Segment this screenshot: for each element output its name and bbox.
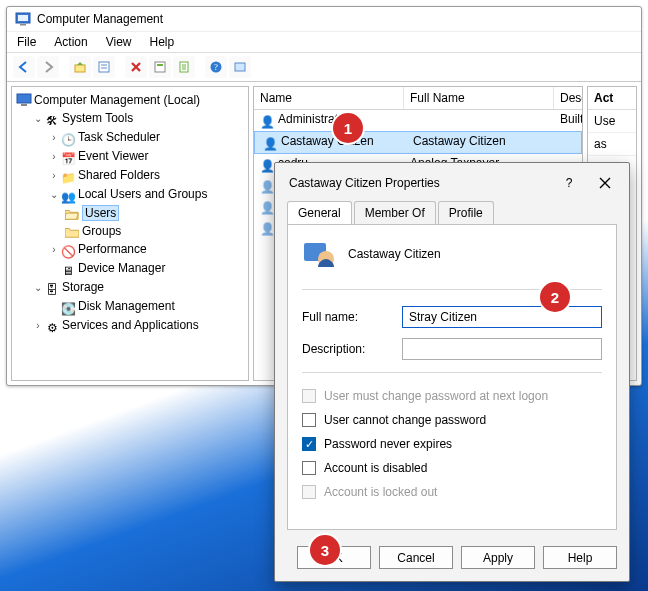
menu-action[interactable]: Action [54, 35, 87, 49]
checkbox-icon [302, 389, 316, 403]
computer-icon [16, 93, 32, 107]
tree-services-applications[interactable]: ›⚙Services and Applications [32, 316, 246, 335]
window-title: Computer Management [37, 12, 163, 26]
tree-event-viewer[interactable]: ›📅Event Viewer [48, 147, 246, 166]
tree-device-manager[interactable]: 🖥Device Manager [48, 259, 246, 278]
svg-rect-4 [99, 62, 109, 72]
help-button[interactable]: ? [205, 56, 227, 78]
close-icon[interactable] [591, 173, 619, 193]
folder-icon [64, 225, 80, 239]
chevron-down-icon[interactable]: ⌄ [48, 186, 60, 204]
check-must-change: User must change password at next logon [302, 389, 602, 403]
menu-help[interactable]: Help [150, 35, 175, 49]
tree-local-users-groups[interactable]: ⌄👥Local Users and Groups Users Groups [48, 185, 246, 240]
window-titlebar[interactable]: Computer Management [7, 7, 641, 31]
chevron-right-icon[interactable]: › [32, 317, 44, 335]
svg-rect-13 [17, 94, 31, 103]
navigation-tree[interactable]: Computer Management (Local) ⌄🛠System Too… [11, 86, 249, 381]
tree-disk-management[interactable]: 💽Disk Management [48, 297, 246, 316]
tree-performance[interactable]: ›🚫Performance [48, 240, 246, 259]
tree-system-tools[interactable]: ⌄🛠System Tools ›🕒Task Scheduler ›📅Event … [32, 109, 246, 278]
storage-icon: 🗄 [44, 281, 60, 295]
tree-groups[interactable]: Groups [64, 222, 246, 240]
svg-text:?: ? [214, 62, 218, 72]
checkbox-icon [302, 485, 316, 499]
app-icon [15, 11, 31, 27]
list-item[interactable]: 👤Castaway Citizen Castaway Citizen [254, 131, 582, 154]
description-input[interactable] [402, 338, 602, 360]
tab-general[interactable]: General [287, 201, 352, 224]
checkbox-checked-icon[interactable]: ✓ [302, 437, 316, 451]
share-icon: 📁 [60, 169, 76, 183]
user-avatar-icon [302, 237, 336, 271]
services-icon: ⚙ [44, 319, 60, 333]
menu-bar: File Action View Help [7, 31, 641, 53]
menu-file[interactable]: File [17, 35, 36, 49]
folder-open-icon [64, 207, 80, 221]
actions-row[interactable]: as [588, 133, 636, 156]
cancel-button[interactable]: Cancel [379, 546, 453, 569]
tab-memberof[interactable]: Member Of [354, 201, 436, 224]
export-button[interactable] [173, 56, 195, 78]
menu-view[interactable]: View [106, 35, 132, 49]
chevron-right-icon[interactable]: › [48, 129, 60, 147]
listview-header: Name Full Name Description [254, 87, 582, 110]
delete-button[interactable] [125, 56, 147, 78]
check-cannot-change[interactable]: User cannot change password [302, 413, 602, 427]
fullname-label: Full name: [302, 310, 392, 324]
dialog-tabstrip: General Member Of Profile [275, 201, 629, 224]
actions-row[interactable]: Use [588, 110, 636, 133]
checkbox-icon[interactable] [302, 461, 316, 475]
tree-root[interactable]: Computer Management (Local) ⌄🛠System Too… [16, 91, 246, 335]
show-hide-button[interactable] [229, 56, 251, 78]
user-icon: 👤 [260, 115, 276, 129]
dialog-user-name: Castaway Citizen [348, 247, 441, 261]
apply-button[interactable]: Apply [461, 546, 535, 569]
up-button[interactable] [69, 56, 91, 78]
chevron-right-icon[interactable]: › [48, 148, 60, 166]
tree-storage[interactable]: ⌄🗄Storage 💽Disk Management [32, 278, 246, 316]
svg-rect-3 [75, 65, 85, 72]
check-account-disabled[interactable]: Account is disabled [302, 461, 602, 475]
help-button[interactable]: Help [543, 546, 617, 569]
tree-shared-folders[interactable]: ›📁Shared Folders [48, 166, 246, 185]
chevron-down-icon[interactable]: ⌄ [32, 279, 44, 297]
chevron-right-icon[interactable]: › [48, 241, 60, 259]
check-never-expires[interactable]: ✓ Password never expires [302, 437, 602, 451]
divider [302, 372, 602, 373]
annotation-badge-2: 2 [540, 282, 570, 312]
refresh-list-button[interactable] [149, 56, 171, 78]
help-icon[interactable]: ? [555, 173, 583, 193]
back-button[interactable] [13, 56, 35, 78]
tree-task-scheduler[interactable]: ›🕒Task Scheduler [48, 128, 246, 147]
dialog-titlebar[interactable]: Castaway Citizen Properties ? [275, 163, 629, 201]
tree-users[interactable]: Users [64, 204, 246, 222]
annotation-badge-3: 3 [310, 535, 340, 565]
fullname-input[interactable] [402, 306, 602, 328]
forward-button[interactable] [37, 56, 59, 78]
column-description[interactable]: Description [554, 87, 583, 109]
chevron-down-icon[interactable]: ⌄ [32, 110, 44, 128]
users-icon: 👥 [60, 188, 76, 202]
svg-rect-2 [20, 24, 26, 26]
annotation-badge-1: 1 [333, 113, 363, 143]
properties-button[interactable] [93, 56, 115, 78]
actions-header: Act [588, 87, 636, 110]
svg-rect-7 [155, 62, 165, 72]
tab-panel-general: Castaway Citizen Full name: Description:… [287, 224, 617, 530]
svg-rect-8 [157, 64, 163, 66]
list-item[interactable]: 👤Administrator Built-in account f [254, 110, 582, 131]
column-fullname[interactable]: Full Name [404, 87, 554, 109]
performance-icon: 🚫 [60, 243, 76, 257]
disk-icon: 💽 [60, 300, 76, 314]
tab-profile[interactable]: Profile [438, 201, 494, 224]
chevron-right-icon[interactable]: › [48, 167, 60, 185]
column-name[interactable]: Name [254, 87, 404, 109]
checkbox-icon[interactable] [302, 413, 316, 427]
svg-rect-1 [18, 15, 28, 21]
device-icon: 🖥 [60, 262, 76, 276]
toolbar: ? [7, 53, 641, 82]
user-properties-dialog: Castaway Citizen Properties ? General Me… [274, 162, 630, 582]
clock-icon: 🕒 [60, 131, 76, 145]
tools-icon: 🛠 [44, 112, 60, 126]
